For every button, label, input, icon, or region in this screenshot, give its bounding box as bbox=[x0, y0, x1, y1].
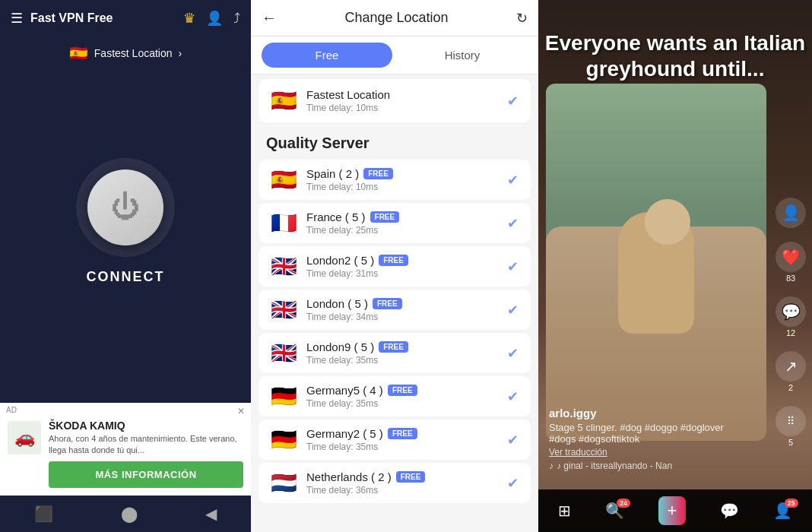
profile-icon[interactable]: 👤 bbox=[206, 10, 223, 27]
server-name-2: London2 ( 5 ) FREE bbox=[306, 254, 498, 267]
share-count: 2 bbox=[788, 383, 793, 392]
fastest-flag: 🇪🇸 bbox=[271, 88, 297, 113]
free-badge-5: FREE bbox=[388, 385, 417, 396]
server-info-7: Netherlands ( 2 ) FREE Time delay: 36ms bbox=[306, 470, 498, 496]
check-icon-5: ✔ bbox=[507, 388, 519, 405]
server-item[interactable]: 🇩🇪 Germany2 ( 5 ) FREE Time delay: 35ms … bbox=[259, 420, 531, 460]
action-like[interactable]: ❤️ 83 bbox=[776, 242, 806, 283]
location-panel: ← Change Location ↻ Free History 🇪🇸 Fast… bbox=[251, 0, 538, 532]
dog-head bbox=[645, 199, 690, 245]
bottom-nav: ⬛ ⬤ ◀ bbox=[0, 496, 251, 532]
power-button-inner: ⏻ bbox=[87, 169, 163, 245]
home-icon: ⊞ bbox=[558, 502, 571, 520]
check-icon-7: ✔ bbox=[507, 475, 519, 492]
inbox-icon: 💬 bbox=[720, 502, 739, 520]
server-delay-1: Time delay: 25ms bbox=[306, 225, 498, 236]
free-badge-3: FREE bbox=[373, 298, 402, 309]
server-item[interactable]: 🇩🇪 Germany5 ( 4 ) FREE Time delay: 35ms … bbox=[259, 376, 531, 416]
ad-banner: AD ✕ 🚗 ŠKODA KAMIQ Ahora, con 4 años de … bbox=[0, 403, 251, 496]
fastest-delay: Time delay: 10ms bbox=[306, 103, 498, 113]
server-flag-7: 🇳🇱 bbox=[271, 470, 297, 496]
check-icon-1: ✔ bbox=[507, 215, 519, 232]
tiktok-video-area bbox=[546, 84, 766, 441]
ad-brand: ŠKODA KAMIQ bbox=[49, 420, 243, 432]
refresh-icon[interactable]: ↻ bbox=[516, 10, 528, 27]
action-profile[interactable]: 👤 bbox=[776, 198, 806, 228]
action-more[interactable]: ⠿ 5 bbox=[776, 406, 806, 447]
check-icon-0: ✔ bbox=[507, 172, 519, 188]
comment-count: 12 bbox=[786, 328, 795, 337]
server-flag-4: 🇬🇧 bbox=[271, 340, 297, 366]
nav-back-icon[interactable]: ◀ bbox=[205, 505, 217, 523]
server-item[interactable]: 🇬🇧 London2 ( 5 ) FREE Time delay: 31ms ✔ bbox=[259, 246, 531, 287]
ad-logo: 🚗 bbox=[8, 421, 41, 454]
tiktok-caption: Stage 5 clinger. #dog #doggo #doglover#d… bbox=[549, 422, 724, 445]
free-badge-4: FREE bbox=[379, 341, 408, 353]
connect-button[interactable]: ⏻ bbox=[76, 158, 175, 257]
server-item[interactable]: 🇪🇸 Spain ( 2 ) FREE Time delay: 10ms ✔ bbox=[259, 160, 531, 200]
server-item[interactable]: 🇫🇷 France ( 5 ) FREE Time delay: 25ms ✔ bbox=[259, 203, 531, 243]
server-delay-4: Time delay: 35ms bbox=[306, 355, 498, 366]
server-name-6: Germany2 ( 5 ) FREE bbox=[306, 427, 498, 440]
server-info-1: France ( 5 ) FREE Time delay: 25ms bbox=[306, 211, 498, 236]
section-label: Quality Server bbox=[251, 127, 538, 157]
tiktok-username: arlo.iggy bbox=[549, 407, 724, 420]
tiktok-sound: ♪ ♪ ginal - itsreallynando - Nan bbox=[549, 461, 724, 471]
check-icon-3: ✔ bbox=[507, 302, 519, 318]
ad-close-icon[interactable]: ✕ bbox=[237, 406, 245, 416]
server-name-4: London9 ( 5 ) FREE bbox=[306, 340, 498, 353]
like-count: 83 bbox=[786, 274, 795, 283]
tiktok-nav-profile[interactable]: 👤 25 bbox=[773, 502, 792, 520]
comment-icon: 💬 bbox=[776, 296, 806, 327]
top-bar-icons: ♛ 👤 ⤴ bbox=[183, 10, 240, 27]
nav-square-icon[interactable]: ⬛ bbox=[34, 505, 53, 523]
tiktok-panel: Everyone wants an Italiangreyhound until… bbox=[538, 0, 812, 532]
server-delay-2: Time delay: 31ms bbox=[306, 268, 498, 279]
server-item[interactable]: 🇳🇱 Netherlands ( 2 ) FREE Time delay: 36… bbox=[259, 463, 531, 503]
server-name-1: France ( 5 ) FREE bbox=[306, 211, 498, 223]
right-actions: 👤 ❤️ 83 💬 12 ↗ 2 ⠿ 5 bbox=[776, 198, 806, 447]
location-bar[interactable]: 🇪🇸 Fastest Location › bbox=[0, 36, 251, 70]
server-flag-0: 🇪🇸 bbox=[271, 167, 297, 192]
tab-free[interactable]: Free bbox=[262, 43, 392, 68]
profile-action-icon: 👤 bbox=[776, 198, 806, 228]
server-flag-5: 🇩🇪 bbox=[271, 384, 297, 409]
server-flag-1: 🇫🇷 bbox=[271, 211, 297, 236]
server-name-0: Spain ( 2 ) FREE bbox=[306, 167, 498, 180]
server-delay-3: Time delay: 34ms bbox=[306, 312, 498, 322]
location-chevron: › bbox=[179, 47, 182, 59]
menu-icon[interactable]: ☰ bbox=[11, 10, 23, 27]
more-count: 5 bbox=[788, 438, 793, 447]
location-label: Fastest Location bbox=[94, 47, 173, 59]
location-flag: 🇪🇸 bbox=[69, 44, 88, 62]
server-item[interactable]: 🇬🇧 London9 ( 5 ) FREE Time delay: 35ms ✔ bbox=[259, 333, 531, 373]
action-share[interactable]: ↗ 2 bbox=[776, 351, 806, 392]
tab-history[interactable]: History bbox=[397, 43, 528, 68]
app-title: Fast VPN Free bbox=[30, 11, 176, 25]
create-button[interactable]: + bbox=[658, 496, 687, 525]
check-icon-4: ✔ bbox=[507, 345, 519, 362]
tiktok-nav-create[interactable]: + bbox=[658, 496, 687, 525]
action-comment[interactable]: 💬 12 bbox=[776, 296, 806, 337]
discover-badge: 24 bbox=[617, 499, 630, 508]
server-flag-6: 🇩🇪 bbox=[271, 427, 297, 452]
fastest-check-icon: ✔ bbox=[507, 93, 519, 109]
crown-icon[interactable]: ♛ bbox=[183, 10, 195, 27]
ad-text: Ahora, con 4 años de mantenimiento. Este… bbox=[49, 433, 243, 455]
share-icon[interactable]: ⤴ bbox=[233, 11, 240, 27]
server-delay-7: Time delay: 36ms bbox=[306, 485, 498, 496]
middle-header: ← Change Location ↻ bbox=[251, 0, 538, 36]
server-item[interactable]: 🇬🇧 London ( 5 ) FREE Time delay: 34ms ✔ bbox=[259, 290, 531, 330]
tiktok-nav-discover[interactable]: 🔍 24 bbox=[605, 502, 624, 520]
fastest-location-item[interactable]: 🇪🇸 Fastest Location Time delay: 10ms ✔ bbox=[259, 79, 531, 122]
back-icon[interactable]: ← bbox=[262, 9, 277, 27]
server-info-5: Germany5 ( 4 ) FREE Time delay: 35ms bbox=[306, 384, 498, 409]
tiktok-nav-home[interactable]: ⊞ bbox=[558, 502, 571, 520]
nav-circle-icon[interactable]: ⬤ bbox=[121, 505, 138, 523]
ad-cta-button[interactable]: MÁS INFORMACIÓN bbox=[49, 461, 243, 488]
tiktok-translate[interactable]: Ver traducción bbox=[549, 447, 724, 458]
server-info-0: Spain ( 2 ) FREE Time delay: 10ms bbox=[306, 167, 498, 192]
fastest-info: Fastest Location Time delay: 10ms bbox=[306, 88, 498, 113]
tiktok-big-text: Everyone wants an Italiangreyhound until… bbox=[538, 30, 812, 81]
tiktok-nav-inbox[interactable]: 💬 bbox=[720, 502, 739, 520]
